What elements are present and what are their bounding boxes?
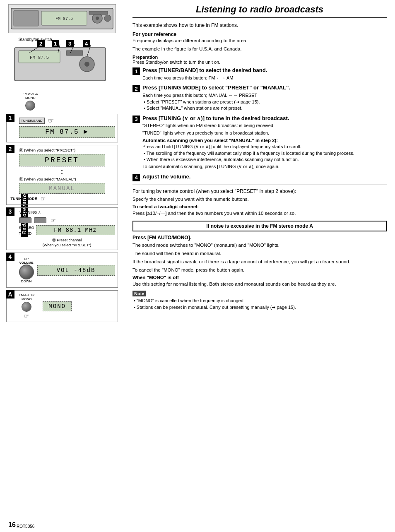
remote-text: Specify the channel you want with the nu… xyxy=(132,196,387,202)
fm-auto-heading: Press [FM AUTO/MONO]. xyxy=(132,235,387,241)
volume-down-label: DOWN xyxy=(19,279,34,283)
tuner-band-label: TUNER/BAND xyxy=(21,119,43,123)
section-a-box: A FM AUTO/MONO ☞ MONO xyxy=(6,290,118,322)
device-image: FM 87.5 xyxy=(8,4,116,33)
svg-rect-6 xyxy=(89,11,108,14)
step4-lcd-vol: VOL -48dB xyxy=(37,265,115,276)
volume-area: UP VOLUME DOWN VOL -48dB xyxy=(19,257,115,283)
section-a-button[interactable] xyxy=(22,302,31,312)
svg-rect-1 xyxy=(14,10,39,26)
tuned-label: TUNED xyxy=(19,231,34,237)
right-step3-sub2: "TUNED" lights when you precisely tune i… xyxy=(142,130,387,136)
page-number: 16 xyxy=(8,521,16,529)
mono-off-text: Use this setting for normal listening. B… xyxy=(132,281,387,287)
right-step2-bullet2: Select "MANUAL" when stations are not pr… xyxy=(142,105,387,111)
step2-lcd-preset: PRESET xyxy=(19,154,105,166)
noise-box: If noise is excessive in the FM stereo m… xyxy=(132,221,387,231)
note-label: Note xyxy=(132,291,146,296)
auto-scan-text: Press and hold [TUNING (∨ or ∧)] until t… xyxy=(142,144,387,150)
left-panel: Radio operations FM 87.5 Standby/on swit… xyxy=(0,0,124,532)
preparation-heading: Preparation xyxy=(132,55,387,60)
right-step4-num: 4 xyxy=(132,174,140,181)
svg-text:FM  87.5: FM 87.5 xyxy=(55,17,72,21)
tuning-down-button[interactable] xyxy=(19,217,31,223)
right-step2-title: Press [TUNING MODE] to select "PRESET" o… xyxy=(142,84,387,91)
fm-auto-text1: The sound mode switches to "MONO" (monau… xyxy=(132,242,387,248)
right-step2-content: Press [TUNING MODE] to select "PRESET" o… xyxy=(142,84,387,111)
num-label-4: 4 xyxy=(83,40,90,47)
fm-auto-text4: To cancel the "MONO" mode, press the but… xyxy=(132,267,387,273)
note-bullet2: Stations can be preset in monaural. Carr… xyxy=(132,304,387,311)
stereo-tuned-row: STEREO TUNED FM 88.1 MHz xyxy=(19,225,115,236)
right-step4-content: Adjust the volume. xyxy=(142,173,387,181)
step1-lcd: FM 87.5 ► xyxy=(19,126,115,138)
num-label-1: 1 xyxy=(52,40,59,47)
num-label-2: 2 xyxy=(37,40,45,47)
right-step3-sub1: "STEREO" lights when an FM stereo broadc… xyxy=(142,123,387,129)
tuning-label-row: ∨ TUNING ∧ xyxy=(19,210,115,214)
hand-a-icon: ☞ xyxy=(24,313,29,319)
step2-number: 2 xyxy=(6,145,14,153)
diagram-area: Standby/on switch FM 87.5 xyxy=(6,37,118,111)
mono-off-heading: When "MONO" is off xyxy=(132,275,387,280)
svg-rect-13 xyxy=(66,51,83,55)
remote-heading: For tuning by remote control (when you s… xyxy=(132,188,387,194)
note-section: Note "MONO" is cancelled when the freque… xyxy=(132,291,387,311)
tuning-buttons: ☞ xyxy=(19,217,105,224)
right-step4: 4 Adjust the volume. xyxy=(132,173,387,181)
svg-point-5 xyxy=(96,17,99,20)
volume-up-label: UP xyxy=(19,257,34,261)
cancel-text: To cancel automatic scanning, press [TUN… xyxy=(142,164,387,170)
right-step3: 3 Press [TUNING (∨ or ∧)] to tune in the… xyxy=(132,115,387,170)
right-step3-num: 3 xyxy=(132,116,140,123)
step1-box: 1 TUNER/BAND ☞ FM 87.5 ► xyxy=(6,114,118,142)
step1-number: 1 xyxy=(6,114,14,122)
note-bullet1: "MONO" is cancelled when the frequency i… xyxy=(132,298,387,304)
right-step2-bullet1: Select "PRESET" when stations are preset… xyxy=(142,99,387,105)
right-step1-sub: Each time you press this button; FM ←→ A… xyxy=(142,75,387,81)
right-step1: 1 Press [TUNER/BAND] to select the desir… xyxy=(132,67,387,81)
step3-number: 3 xyxy=(6,207,14,216)
right-step4-title: Adjust the volume. xyxy=(142,173,387,181)
svg-point-12 xyxy=(84,62,89,67)
fm-auto-mono-label: FM AUTO/MONO xyxy=(23,92,39,100)
right-step1-title: Press [TUNER/BAND] to select the desired… xyxy=(142,67,387,74)
right-step1-num: 1 xyxy=(132,67,140,75)
volume-knob[interactable] xyxy=(19,265,34,279)
hand-press-icon-2: ☞ xyxy=(41,195,46,202)
step4-box: 4 UP VOLUME DOWN VOL -48dB xyxy=(6,253,118,288)
step2-lcd-manual: MANUAL xyxy=(19,183,105,194)
hand-press-icon: ☞ xyxy=(48,117,54,125)
preset-label-a: ⓐ (When you select "PRESET") xyxy=(19,148,115,153)
stereo-label: STEREO xyxy=(19,225,34,231)
two-digit-text: Press [≥10/–/—] and then the two numbers… xyxy=(132,210,387,217)
step3-lcd-fm: FM 88.1 MHz xyxy=(36,225,115,235)
fm-auto-mono-button[interactable] xyxy=(25,101,35,111)
manual-label-b: ⓑ (When you select "MANUAL") xyxy=(19,177,115,182)
for-your-reference-text2: The example in the figure is for U.S.A. … xyxy=(132,46,387,52)
step3-box: 3 ∨ TUNING ∧ ☞ STEREO TUNED FM 88.1 MHz … xyxy=(6,207,118,250)
doc-number: ROT5056 xyxy=(17,524,34,529)
right-step3-bullet2: When there is excessive interference, au… xyxy=(142,156,387,163)
two-digit-heading: To select a two-digit channel: xyxy=(132,204,387,209)
step2-box: 2 ⓐ (When you select "PRESET") PRESET ↕ … xyxy=(6,145,118,205)
tuning-mode-label: TUNING MODE xyxy=(11,197,37,201)
right-step3-bullet1: The scrolling of the frequency will auto… xyxy=(142,150,387,156)
mono-display: MONO xyxy=(43,301,72,311)
svg-point-7 xyxy=(104,15,111,22)
intro-text: This example shows how to tune in FM sta… xyxy=(132,22,387,28)
fm-auto-text2: The sound will then be heard in monaural… xyxy=(132,250,387,257)
arrow-down-icon: ↕ xyxy=(9,167,115,176)
tuner-band-button[interactable]: TUNER/BAND xyxy=(19,118,45,124)
section-a-fm-auto-label: FM AUTO/MONO xyxy=(19,293,35,301)
section-divider xyxy=(132,185,387,185)
num-label-3: 3 xyxy=(66,40,74,47)
right-step3-title: Press [TUNING (∨ or ∧)] to tune in the d… xyxy=(142,115,387,122)
auto-scan-heading: Automatic scanning (when you select "MAN… xyxy=(142,138,387,143)
right-step2-num: 2 xyxy=(132,85,140,92)
page-title: Listening to radio broadcasts xyxy=(132,4,387,18)
right-step3-content: Press [TUNING (∨ or ∧)] to tune in the d… xyxy=(142,115,387,170)
for-your-reference-heading: For your reference xyxy=(132,31,387,37)
step4-number: 4 xyxy=(6,253,14,261)
tuning-up-button[interactable] xyxy=(34,217,46,223)
